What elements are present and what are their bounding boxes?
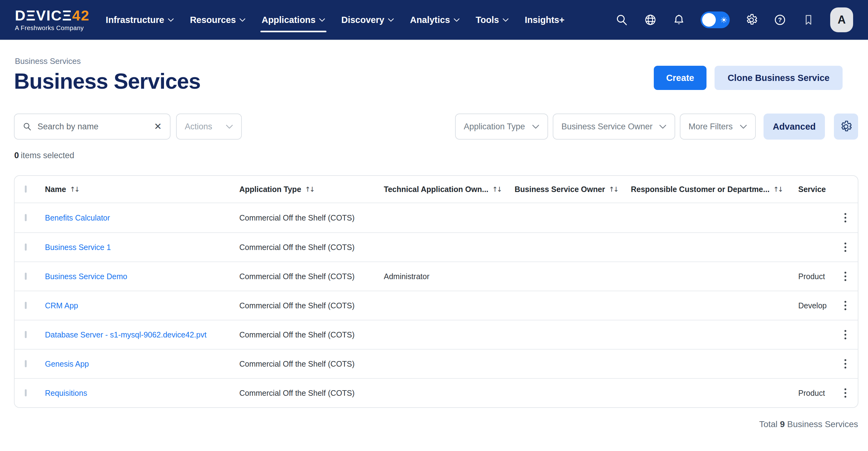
chevron-down-icon bbox=[454, 18, 460, 22]
cell-application-type: Commercial Off the Shelf (COTS) bbox=[239, 360, 384, 368]
logo-wordmark: DΞVICΞ42 bbox=[15, 8, 90, 23]
row-checkbox-cell bbox=[14, 274, 45, 279]
nav-item-infrastructure[interactable]: Infrastructure bbox=[106, 0, 174, 40]
row-checkbox[interactable] bbox=[25, 273, 27, 280]
column-header-label: Business Service Owner bbox=[515, 185, 605, 194]
bookmark-icon[interactable] bbox=[802, 13, 815, 27]
sort-icon[interactable]: ↑↓ bbox=[492, 185, 501, 193]
nav-item-insights[interactable]: Insights+ bbox=[525, 0, 564, 40]
column-header-technical-application-own[interactable]: Technical Application Own...↑↓ bbox=[384, 185, 515, 194]
search-input[interactable] bbox=[37, 122, 149, 131]
chevron-down-icon bbox=[168, 18, 174, 22]
application-type-filter[interactable]: Application Type bbox=[455, 114, 548, 140]
column-header-responsible-customer-or-departme[interactable]: Responsible Customer or Departme...↑↓ bbox=[631, 185, 798, 194]
nav-item-label: Analytics bbox=[410, 15, 450, 25]
row-checkbox-cell bbox=[14, 361, 45, 367]
cell-name: Genesis App bbox=[45, 360, 239, 368]
business-service-owner-filter[interactable]: Business Service Owner bbox=[553, 114, 675, 140]
user-avatar[interactable]: A bbox=[830, 7, 853, 32]
column-header-service: Service bbox=[798, 185, 833, 194]
total-prefix: Total bbox=[759, 419, 777, 429]
row-actions-cell bbox=[833, 270, 858, 283]
filter-dropdowns: Application Type Business Service Owner … bbox=[455, 114, 858, 140]
row-actions-kebab-icon[interactable] bbox=[839, 299, 852, 312]
row-actions-kebab-icon[interactable] bbox=[839, 328, 852, 341]
row-actions-kebab-icon[interactable] bbox=[839, 387, 852, 399]
header-checkbox-cell bbox=[14, 186, 45, 192]
row-checkbox[interactable] bbox=[25, 243, 27, 251]
notifications-bell-icon[interactable] bbox=[672, 13, 686, 27]
nav-item-tools[interactable]: Tools bbox=[476, 0, 509, 40]
sort-icon[interactable]: ↑↓ bbox=[609, 185, 618, 193]
column-header-label: Technical Application Own... bbox=[384, 185, 489, 194]
chevron-down-icon bbox=[226, 124, 233, 129]
row-actions-kebab-icon[interactable] bbox=[839, 270, 852, 283]
chevron-down-icon bbox=[319, 18, 325, 22]
nav-item-analytics[interactable]: Analytics bbox=[410, 0, 460, 40]
table-row: Genesis AppCommercial Off the Shelf (COT… bbox=[14, 349, 858, 378]
table-row: Business Service 1Commercial Off the She… bbox=[14, 232, 858, 262]
logo-tagline: A Freshworks Company bbox=[15, 25, 90, 32]
cell-technical-application-owner: Administrator bbox=[384, 272, 515, 281]
sort-icon[interactable]: ↑↓ bbox=[305, 185, 314, 193]
column-header-application-type[interactable]: Application Type↑↓ bbox=[239, 185, 384, 194]
business-service-link[interactable]: Benefits Calculator bbox=[45, 213, 110, 222]
create-button[interactable]: Create bbox=[654, 66, 707, 90]
row-actions-kebab-icon[interactable] bbox=[839, 241, 852, 254]
row-actions-kebab-icon[interactable] bbox=[839, 211, 852, 224]
top-navbar: DΞVICΞ42 A Freshworks Company Infrastruc… bbox=[0, 0, 868, 40]
business-service-link[interactable]: Database Server - s1-mysql-9062.device42… bbox=[45, 330, 207, 339]
filter-toolbar: ✕ Actions Application Type Business Serv… bbox=[14, 114, 858, 140]
selection-count-number: 0 bbox=[14, 151, 19, 160]
column-header-business-service-owner[interactable]: Business Service Owner↑↓ bbox=[515, 185, 631, 194]
navbar-right-tools: ☀ ? A bbox=[615, 7, 853, 32]
chevron-down-icon bbox=[239, 18, 246, 22]
theme-toggle[interactable]: ☀ bbox=[701, 11, 730, 28]
breadcrumb[interactable]: Business Services bbox=[15, 56, 81, 66]
row-checkbox[interactable] bbox=[25, 360, 27, 367]
sun-icon: ☀ bbox=[720, 16, 727, 24]
column-header-label: Service bbox=[798, 185, 826, 194]
row-checkbox-cell bbox=[14, 244, 45, 250]
cell-name: Database Server - s1-mysql-9062.device42… bbox=[45, 330, 239, 339]
sort-icon[interactable]: ↑↓ bbox=[70, 185, 79, 193]
row-checkbox[interactable] bbox=[25, 214, 27, 221]
business-service-link[interactable]: CRM App bbox=[45, 301, 78, 310]
nav-item-discovery[interactable]: Discovery bbox=[341, 0, 394, 40]
row-actions-kebab-icon[interactable] bbox=[839, 357, 852, 370]
cell-service: Develop bbox=[798, 301, 833, 310]
more-filters-label: More Filters bbox=[688, 122, 733, 131]
actions-dropdown[interactable]: Actions bbox=[176, 114, 242, 140]
business-service-link[interactable]: Genesis App bbox=[45, 360, 89, 368]
advanced-button[interactable]: Advanced bbox=[764, 114, 825, 140]
row-checkbox-cell bbox=[14, 390, 45, 396]
clear-search-icon[interactable]: ✕ bbox=[154, 122, 162, 131]
column-header-name[interactable]: Name↑↓ bbox=[45, 185, 239, 194]
business-service-link[interactable]: Requisitions bbox=[45, 389, 87, 397]
nav-item-resources[interactable]: Resources bbox=[190, 0, 246, 40]
sort-icon[interactable]: ↑↓ bbox=[773, 185, 782, 193]
application-type-filter-label: Application Type bbox=[464, 122, 525, 131]
table-row: CRM AppCommercial Off the Shelf (COTS)De… bbox=[14, 291, 858, 320]
total-suffix: Business Services bbox=[787, 419, 858, 429]
help-icon[interactable]: ? bbox=[773, 13, 787, 27]
table-settings-button[interactable] bbox=[834, 114, 858, 140]
cell-application-type: Commercial Off the Shelf (COTS) bbox=[239, 213, 384, 222]
search-icon[interactable] bbox=[615, 13, 629, 27]
business-service-link[interactable]: Business Service Demo bbox=[45, 272, 127, 281]
business-service-owner-filter-label: Business Service Owner bbox=[561, 122, 653, 131]
globe-icon[interactable] bbox=[644, 13, 657, 27]
more-filters-dropdown[interactable]: More Filters bbox=[680, 114, 756, 140]
cell-application-type: Commercial Off the Shelf (COTS) bbox=[239, 243, 384, 252]
nav-item-label: Resources bbox=[190, 15, 236, 25]
page-actions: Create Clone Business Service bbox=[654, 66, 843, 90]
select-all-checkbox[interactable] bbox=[25, 185, 27, 192]
nav-item-applications[interactable]: Applications bbox=[261, 0, 325, 40]
settings-gear-icon[interactable] bbox=[745, 13, 758, 27]
row-checkbox[interactable] bbox=[25, 302, 27, 309]
clone-business-service-button[interactable]: Clone Business Service bbox=[715, 66, 843, 90]
row-checkbox[interactable] bbox=[25, 331, 27, 338]
row-checkbox[interactable] bbox=[25, 389, 27, 396]
business-service-link[interactable]: Business Service 1 bbox=[45, 243, 111, 251]
device42-logo[interactable]: DΞVICΞ42 A Freshworks Company bbox=[15, 8, 90, 32]
